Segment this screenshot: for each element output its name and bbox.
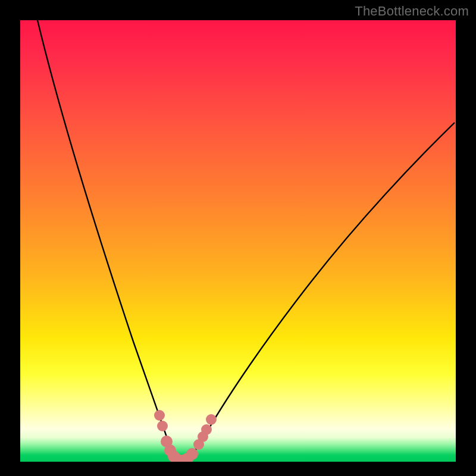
chart-svg [20, 20, 456, 462]
watermark-text: TheBottleneck.com [355, 4, 469, 19]
svg-point-11 [201, 424, 212, 435]
svg-point-8 [186, 448, 198, 460]
svg-point-1 [157, 421, 168, 431]
svg-point-12 [206, 414, 217, 425]
trough-markers [154, 410, 217, 462]
bottleneck-curve [37, 20, 455, 462]
chart-frame: TheBottleneck.com [0, 0, 476, 476]
svg-point-0 [154, 410, 165, 421]
chart-plot-area [20, 20, 456, 462]
